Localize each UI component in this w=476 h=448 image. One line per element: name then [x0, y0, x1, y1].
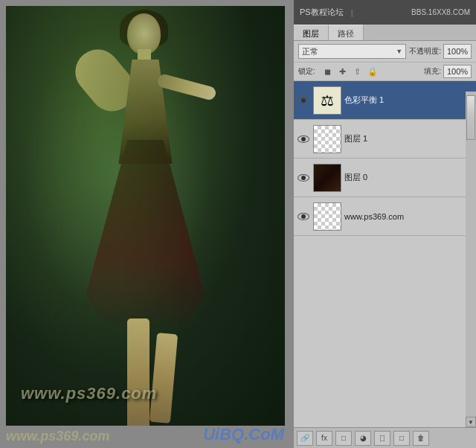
figure-leg-left: [127, 319, 149, 426]
title-bar: PS教程论坛 | BBS.16XX8.COM: [294, 0, 476, 25]
bottom-watermark-ps: www.ps369.com: [6, 429, 109, 444]
eye-pupil-0: [301, 98, 306, 103]
group-button[interactable]: ⎕: [374, 431, 390, 446]
lock-label: 锁定:: [298, 66, 315, 77]
balance-icon: ⚖: [321, 92, 334, 109]
lock-row: 锁定: ◼ ✚ ⇧ 🔒 填充: 100%: [294, 63, 476, 81]
eye-icon-3: [298, 213, 309, 220]
lock-position-icon[interactable]: ✚: [338, 66, 348, 77]
eye-pupil-3: [301, 214, 306, 219]
canvas-watermark: www.ps369.com: [21, 384, 157, 403]
layer-name-1: 图层 1: [344, 133, 473, 144]
delete-layer-button[interactable]: 🗑: [413, 431, 429, 446]
figure-head: [127, 13, 161, 54]
scrollbar-track: [466, 92, 476, 427]
eye-pupil-2: [301, 176, 306, 180]
layer-name-2: 图层 0: [344, 172, 473, 183]
new-layer-button[interactable]: □: [393, 431, 410, 446]
link-layers-button[interactable]: 🔗: [297, 431, 313, 446]
layer-visibility-toggle-0[interactable]: [297, 94, 310, 107]
layer-thumb-2: [313, 164, 341, 192]
eye-icon-2: [298, 174, 309, 182]
canvas-outer: www.ps369.com: [0, 0, 294, 432]
layer-name-3: www.ps369.com: [344, 212, 473, 221]
layers-list: ⚖ 色彩平衡 1 图层 1: [294, 81, 476, 236]
right-panel: PS教程论坛 | BBS.16XX8.COM 图层 路径 正常 ▼ 不透明度: …: [294, 0, 476, 448]
scrollbar-down-arrow[interactable]: ▼: [466, 417, 476, 427]
fill-input[interactable]: 100%: [443, 65, 472, 78]
fill-group: 填充: 100%: [424, 65, 472, 78]
opacity-input[interactable]: 100%: [443, 44, 472, 59]
blend-mode-value: 正常: [302, 46, 318, 57]
scrollbar-thumb[interactable]: [466, 95, 475, 140]
layer-visibility-toggle-3[interactable]: [297, 210, 310, 223]
panel-tabs: 图层 路径: [294, 25, 476, 41]
separator: |: [351, 8, 353, 17]
blend-mode-select[interactable]: 正常 ▼: [298, 44, 406, 59]
layer-item-1[interactable]: 图层 1: [294, 120, 476, 159]
layers-panel: 图层 路径 正常 ▼ 不透明度: 100% 锁定: ◼ ✚ ⇧ 🔒 填充: 10…: [294, 25, 476, 448]
site-url: BBS.16XX8.COM: [411, 8, 470, 16]
figure-leg-right: [149, 333, 177, 423]
figure-woman: [71, 6, 220, 426]
mask-button[interactable]: □: [335, 431, 352, 446]
lock-pixels-icon[interactable]: ◼: [323, 66, 333, 77]
layer-item-www[interactable]: www.ps369.com: [294, 197, 476, 236]
figure-arm-right: [156, 73, 217, 101]
canvas-area: www.ps369.com: [6, 6, 285, 426]
eye-pupil-1: [301, 137, 306, 141]
adjustment-button[interactable]: ◕: [355, 431, 371, 446]
opacity-group: 不透明度: 100%: [409, 44, 472, 59]
layer-visibility-toggle-2[interactable]: [297, 171, 310, 185]
bottom-watermark-uibq: UiBQ.CoM: [203, 425, 284, 444]
layer-visibility-toggle-1[interactable]: [297, 132, 310, 146]
layers-bottom-toolbar: 🔗 fx □ ◕ ⎕ □ 🗑: [294, 427, 476, 448]
eye-icon-1: [298, 135, 309, 143]
layer-item-0[interactable]: 图层 0: [294, 159, 476, 197]
layer-thumb-0: ⚖: [313, 86, 341, 115]
figure-dress: [86, 140, 205, 333]
opacity-label: 不透明度:: [409, 46, 441, 57]
layers-scrollbar[interactable]: ▲ ▼: [466, 92, 476, 427]
layer-item-color-balance[interactable]: ⚖ 色彩平衡 1: [294, 81, 476, 120]
tab-layers[interactable]: 图层: [294, 25, 329, 40]
forum-title: PS教程论坛: [300, 7, 344, 18]
layer-thumb-1: [313, 125, 341, 153]
eye-icon-0: [298, 97, 309, 104]
tab-paths[interactable]: 路径: [329, 25, 364, 40]
layer-name-0: 色彩平衡 1: [344, 95, 473, 106]
fill-label: 填充:: [424, 66, 441, 77]
layer-thumb-3: [313, 202, 341, 231]
lock-move-icon[interactable]: ⇧: [353, 66, 363, 77]
lock-all-icon[interactable]: 🔒: [367, 66, 378, 77]
blend-opacity-row: 正常 ▼ 不透明度: 100%: [294, 41, 476, 63]
blend-mode-arrow: ▼: [396, 48, 402, 55]
fx-button[interactable]: fx: [316, 431, 332, 446]
